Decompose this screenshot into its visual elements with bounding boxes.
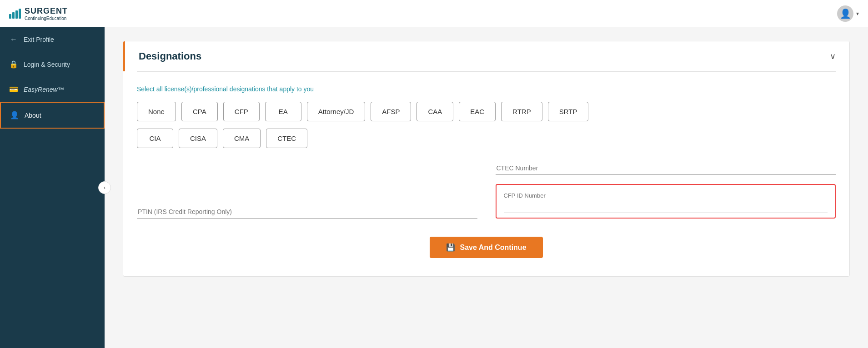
logo-text-group: SURGENT ContinuingEducation xyxy=(25,6,68,21)
card-body: Select all license(s)/professional desig… xyxy=(123,72,849,276)
card-collapse-icon[interactable]: ∨ xyxy=(830,51,836,61)
designation-ea[interactable]: EA xyxy=(265,102,301,121)
select-label-highlight: to you xyxy=(296,85,314,93)
designation-cma[interactable]: CMA xyxy=(223,129,261,148)
designation-cfp[interactable]: CFP xyxy=(223,102,260,121)
designation-afsp[interactable]: AFSP xyxy=(371,102,411,121)
exit-icon: ← xyxy=(9,35,18,44)
user-avatar-icon[interactable]: 👤 xyxy=(837,5,853,22)
sidebar-label-about: About xyxy=(25,112,41,119)
sidebar-label-login: Login & Security xyxy=(24,61,70,68)
designation-ctec[interactable]: CTEC xyxy=(266,129,307,148)
card-header: Designations ∨ xyxy=(123,41,849,71)
ptin-field-group xyxy=(137,205,477,219)
sidebar-item-easy-renew[interactable]: 💳 EasyRenew™ xyxy=(0,77,105,102)
logo: SURGENT ContinuingEducation xyxy=(9,6,68,21)
main-layout: ← Exit Profile 🔒 Login & Security 💳 Easy… xyxy=(0,27,868,348)
cfp-box: CFP ID Number xyxy=(496,184,836,219)
cfp-input[interactable] xyxy=(504,202,828,213)
ptin-input[interactable] xyxy=(137,205,477,219)
card-title: Designations xyxy=(139,50,201,62)
select-label-text: Select all license(s)/professional desig… xyxy=(137,85,296,93)
sidebar-item-exit-profile[interactable]: ← Exit Profile xyxy=(0,27,105,52)
cfp-label: CFP ID Number xyxy=(504,192,828,199)
save-and-continue-button[interactable]: 💾 Save And Continue xyxy=(430,237,542,258)
save-btn-row: 💾 Save And Continue xyxy=(137,237,836,258)
sidebar-label-exit: Exit Profile xyxy=(24,36,54,43)
designation-caa[interactable]: CAA xyxy=(416,102,453,121)
designation-cisa[interactable]: CISA xyxy=(179,129,217,148)
designation-cia[interactable]: CIA xyxy=(137,129,173,148)
lock-icon: 🔒 xyxy=(9,60,18,69)
logo-icon xyxy=(9,9,21,19)
sidebar-collapse-button[interactable]: ‹ xyxy=(98,181,111,194)
designation-row-2: CIA CISA CMA CTEC xyxy=(137,129,836,148)
save-btn-label: Save And Continue xyxy=(460,244,526,252)
person-icon: 👤 xyxy=(10,111,19,119)
sidebar-label-easy-renew: EasyRenew™ xyxy=(24,86,64,93)
designation-rtrp[interactable]: RTRP xyxy=(501,102,542,121)
designation-cpa[interactable]: CPA xyxy=(181,102,218,121)
user-menu-chevron-icon[interactable]: ▾ xyxy=(856,10,859,17)
ctec-cfp-field-group: CFP ID Number xyxy=(496,162,836,219)
ctec-input[interactable] xyxy=(496,162,836,175)
sidebar-item-about[interactable]: 👤 About xyxy=(0,102,105,129)
bar4 xyxy=(19,9,21,19)
user-menu[interactable]: 👤 ▾ xyxy=(837,5,859,22)
designations-card: Designations ∨ Select all license(s)/pro… xyxy=(123,41,850,277)
designation-eac[interactable]: EAC xyxy=(459,102,496,121)
bar2 xyxy=(12,12,15,19)
sidebar: ← Exit Profile 🔒 Login & Security 💳 Easy… xyxy=(0,27,105,348)
sidebar-item-login-security[interactable]: 🔒 Login & Security xyxy=(0,52,105,77)
fields-row: CFP ID Number xyxy=(137,162,836,219)
logo-sub: ContinuingEducation xyxy=(25,16,68,21)
designation-none[interactable]: None xyxy=(137,102,176,121)
designation-attorney-jd[interactable]: Attorney/JD xyxy=(307,102,365,121)
bar1 xyxy=(9,14,11,19)
bar3 xyxy=(15,10,18,19)
logo-name: SURGENT xyxy=(25,6,68,16)
designation-srtp[interactable]: SRTP xyxy=(548,102,589,121)
app-header: SURGENT ContinuingEducation 👤 ▾ xyxy=(0,0,868,27)
designation-row-1: None CPA CFP EA Attorney/JD AFSP CAA EAC… xyxy=(137,102,836,121)
card-icon: 💳 xyxy=(9,85,18,94)
ctec-field-group xyxy=(496,162,836,175)
select-label: Select all license(s)/professional desig… xyxy=(137,85,836,93)
main-content: Designations ∨ Select all license(s)/pro… xyxy=(105,27,868,348)
save-icon: 💾 xyxy=(446,243,455,252)
